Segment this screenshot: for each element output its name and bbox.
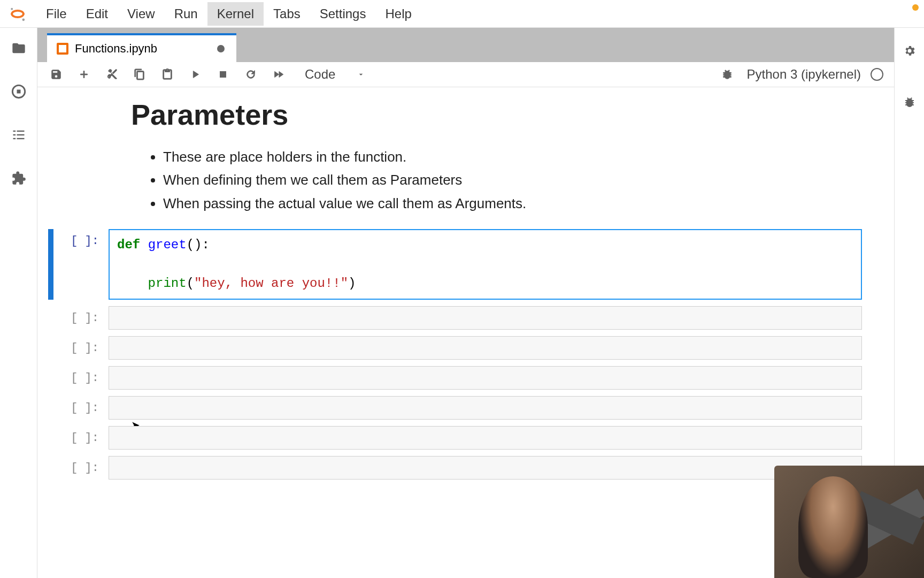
menu-edit[interactable]: Edit — [76, 2, 118, 26]
stop-button[interactable] — [215, 66, 231, 82]
svg-rect-10 — [220, 72, 226, 78]
code-cell-active[interactable]: [ ]: def greet(): print("hey, how are yo… — [48, 229, 883, 300]
cell-prompt: [ ]: — [58, 456, 109, 480]
center-area: Functions.ipynb — [37, 28, 894, 578]
cell-prompt: [ ]: — [58, 366, 109, 390]
cell-select-bar — [48, 456, 53, 480]
webcam-overlay — [774, 466, 924, 578]
restart-run-all-button[interactable] — [271, 66, 287, 82]
extension-icon[interactable] — [9, 169, 28, 188]
run-button[interactable] — [187, 66, 203, 82]
cell-prompt: [ ]: — [58, 396, 109, 420]
markdown-cell[interactable]: Parameters These are place holders in th… — [131, 98, 883, 214]
svg-point-1 — [22, 18, 25, 21]
cell-prompt: [ ]: — [58, 426, 109, 450]
svg-rect-7 — [17, 134, 24, 135]
toc-icon[interactable] — [9, 125, 28, 144]
cell-editor[interactable] — [109, 456, 862, 480]
cell-select-bar — [48, 229, 53, 300]
cell-type-label: Code — [305, 67, 335, 82]
code-cell-empty[interactable]: [ ]: — [48, 306, 883, 330]
paste-button[interactable] — [159, 66, 175, 82]
cell-type-select[interactable]: Code — [305, 67, 365, 82]
svg-rect-8 — [13, 138, 16, 139]
property-inspector-icon[interactable] — [900, 41, 919, 60]
presenter-silhouette — [798, 476, 868, 578]
svg-point-0 — [11, 7, 13, 10]
kernel-name: Python 3 (ipykernel) — [747, 67, 861, 82]
top-status-dot — [912, 4, 919, 11]
cell-editor[interactable] — [109, 336, 862, 360]
debugger-button[interactable] — [719, 66, 735, 82]
tab-bar: Functions.ipynb — [37, 28, 894, 62]
kernel-status-icon — [871, 68, 883, 81]
copy-button[interactable] — [132, 66, 148, 82]
chevron-down-icon — [357, 70, 365, 79]
cell-select-bar — [48, 396, 53, 420]
cut-button[interactable] — [104, 66, 120, 82]
code-cell-empty[interactable]: [ ]: — [48, 396, 883, 420]
cell-prompt: [ ]: — [58, 229, 109, 300]
notebook-tab[interactable]: Functions.ipynb — [47, 33, 236, 62]
cell-editor[interactable] — [109, 306, 862, 330]
menubar: File Edit View Run Kernel Tabs Settings … — [0, 0, 924, 28]
bullet-item: When passing the actual value we call th… — [163, 193, 883, 214]
debugger-panel-icon[interactable] — [900, 93, 919, 112]
menu-run[interactable]: Run — [165, 2, 207, 26]
cell-select-bar — [48, 336, 53, 360]
restart-button[interactable] — [243, 66, 259, 82]
unsaved-indicator-icon — [217, 45, 225, 52]
bullet-item: When defining them we call them as Param… — [163, 169, 883, 191]
notebook-area[interactable]: Parameters These are place holders in th… — [37, 87, 894, 578]
tab-filename: Functions.ipynb — [75, 42, 157, 56]
cell-select-bar — [48, 426, 53, 450]
notebook-icon — [57, 43, 68, 55]
menu-kernel[interactable]: Kernel — [207, 2, 264, 26]
menu-tabs[interactable]: Tabs — [264, 2, 310, 26]
cell-editor[interactable] — [109, 366, 862, 390]
svg-rect-5 — [17, 131, 24, 132]
bullet-item: These are place holders in the function. — [163, 146, 883, 168]
cell-select-bar — [48, 306, 53, 330]
svg-rect-6 — [13, 134, 16, 135]
markdown-heading: Parameters — [131, 98, 883, 131]
save-button[interactable] — [48, 66, 64, 82]
cell-editor[interactable] — [109, 396, 862, 420]
menu-settings[interactable]: Settings — [310, 2, 376, 26]
cell-select-bar — [48, 366, 53, 390]
markdown-bullets: These are place holders in the function.… — [163, 146, 883, 214]
folder-icon[interactable] — [9, 39, 28, 58]
kernel-info[interactable]: Python 3 (ipykernel) — [747, 67, 883, 82]
add-cell-button[interactable] — [76, 66, 92, 82]
notebook-toolbar: Code Python 3 (ipykernel) — [37, 62, 894, 87]
cell-editor[interactable]: def greet(): print("hey, how are you!!") — [109, 229, 862, 300]
running-icon[interactable] — [9, 82, 28, 101]
code-cell-empty[interactable]: [ ]: — [48, 426, 883, 450]
svg-rect-4 — [13, 131, 16, 132]
svg-rect-3 — [17, 90, 20, 94]
code-cell-empty[interactable]: [ ]: — [48, 456, 883, 480]
menu-help[interactable]: Help — [375, 2, 421, 26]
code-cell-empty[interactable]: [ ]: — [48, 336, 883, 360]
jupyter-logo[interactable] — [7, 3, 28, 25]
cell-editor[interactable] — [109, 426, 862, 450]
left-sidebar — [0, 28, 37, 578]
cell-prompt: [ ]: — [58, 306, 109, 330]
menu-file[interactable]: File — [36, 2, 76, 26]
cell-prompt: [ ]: — [58, 336, 109, 360]
svg-rect-9 — [17, 138, 24, 139]
menu-view[interactable]: View — [118, 2, 165, 26]
code-cell-empty[interactable]: [ ]: — [48, 366, 883, 390]
